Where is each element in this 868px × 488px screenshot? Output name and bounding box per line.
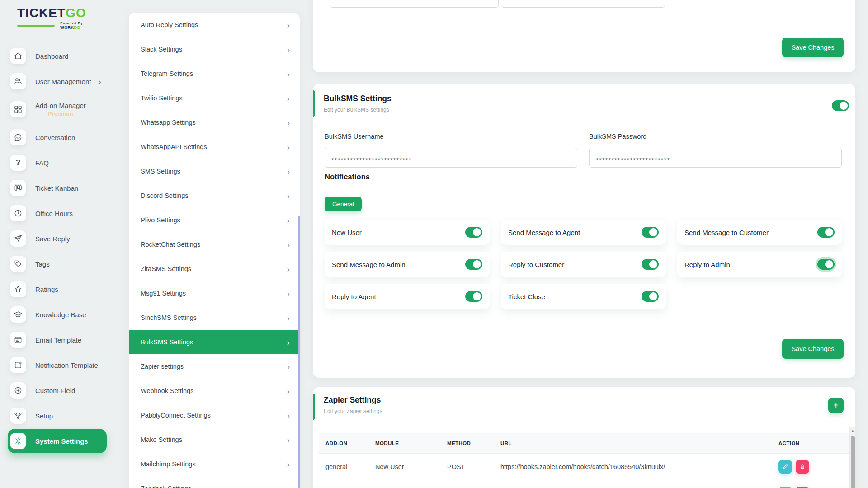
settings-nav-label: RocketChat Settings [141, 241, 200, 248]
settings-nav-item-auto-reply[interactable]: Auto Reply Settings› [129, 13, 300, 37]
sidebar-item-faq[interactable]: ? FAQ [0, 150, 129, 175]
chevron-right-icon: › [287, 411, 290, 420]
save-changes-button[interactable]: Save Changes [782, 38, 844, 57]
settings-nav-item-make[interactable]: Make Settings› [129, 427, 300, 452]
settings-nav-item-plivo[interactable]: Plivo Settings› [129, 208, 300, 232]
paper-plane-icon [10, 230, 26, 247]
sidebar-item-email-template[interactable]: Email Template [0, 327, 129, 352]
sidebar-item-notification-template[interactable]: Notification Template [0, 352, 129, 378]
chevron-right-icon: › [287, 70, 290, 78]
reply-to-admin-toggle[interactable] [817, 259, 835, 270]
settings-nav-item-bulksms[interactable]: BulkSMS Settings› [129, 330, 300, 354]
zapier-table: ADD-ON MODULE METHOD URL ACTION general … [319, 427, 853, 488]
settings-nav-item-msg91[interactable]: Msg91 Settings› [129, 281, 300, 305]
settings-nav-item-whatsapp[interactable]: Whatsapp Settings› [129, 110, 300, 135]
table-scrollbar-thumb[interactable] [851, 436, 855, 488]
sidebar-item-knowledge-base[interactable]: Knowledge Base [0, 302, 129, 327]
settings-nav-item-telegram[interactable]: Telegram Settings› [129, 61, 300, 86]
card-title: Zapier Settings [324, 395, 381, 405]
settings-nav-item-discord[interactable]: Discord Settings› [129, 183, 300, 208]
chevron-right-icon: › [287, 118, 290, 127]
sidebar-item-save-reply[interactable]: Save Reply [0, 226, 129, 251]
settings-panel-scrollbar[interactable] [298, 216, 300, 488]
users-icon [10, 73, 26, 89]
table-header-row: ADD-ON MODULE METHOD URL ACTION [319, 433, 853, 454]
settings-nav-label: Mailchimp Settings [141, 460, 196, 468]
chevron-right-icon: › [287, 362, 290, 371]
sidebar-item-label: Ticket Kanban [35, 184, 78, 192]
chevron-right-icon: › [287, 338, 290, 347]
send-message-to-admin-toggle[interactable] [465, 259, 482, 270]
text-field[interactable] [501, 0, 665, 8]
settings-nav-item-twilio[interactable]: Twilio Settings› [129, 86, 300, 110]
sidebar-item-conversation[interactable]: Conversation [0, 125, 129, 150]
ticket-close-toggle[interactable] [642, 291, 659, 302]
toggle-label: Reply to Admin [684, 261, 730, 268]
username-field[interactable] [325, 148, 577, 168]
send-message-to-agent-toggle[interactable] [642, 227, 659, 238]
new-user-toggle[interactable] [465, 227, 482, 238]
reply-to-agent-toggle[interactable] [465, 291, 482, 302]
settings-nav-item-rocketchat[interactable]: RocketChat Settings› [129, 232, 300, 257]
chevron-right-icon: › [287, 216, 290, 225]
scroll-up-arrow-icon: ▲ [850, 429, 855, 432]
settings-nav-label: WhatsAppAPI Settings [141, 143, 207, 150]
brand-logo[interactable]: TICKETGO Powered By WORKDO [17, 6, 101, 30]
sidebar-item-tags[interactable]: Tags [0, 251, 129, 277]
password-label: BulkSMS Password [589, 133, 646, 140]
table-scrollbar[interactable]: ▲ [849, 427, 855, 488]
settings-nav-item-zendesk[interactable]: Zendesk Settings› [129, 476, 300, 488]
settings-nav-item-zitasms[interactable]: ZitaSMS Settings› [129, 257, 300, 281]
delete-button[interactable] [796, 460, 809, 474]
send-message-to-customer-toggle[interactable] [817, 227, 835, 238]
sidebar-item-office-hours[interactable]: Office Hours [0, 201, 129, 226]
add-zap-button[interactable]: + [828, 398, 844, 413]
sidebar-item-ticket-kanban[interactable]: Ticket Kanban [0, 175, 129, 201]
column-header-addon: ADD-ON [319, 441, 369, 446]
sidebar-item-addon-manager[interactable]: Add-on Manager Premium [0, 94, 129, 125]
sidebar-item-dashboard[interactable]: Dashboard [0, 43, 129, 69]
settings-nav-item-whatsappapi[interactable]: WhatsAppAPI Settings› [129, 135, 300, 159]
sidebar-item-custom-field[interactable]: Custom Field [0, 378, 129, 403]
sidebar-item-system-settings[interactable]: System Settings [8, 429, 107, 453]
text-field[interactable] [330, 0, 499, 8]
sidebar-item-label: Knowledge Base [35, 311, 86, 319]
chevron-right-icon: › [287, 460, 290, 469]
settings-nav-item-slack[interactable]: Slack Settings› [129, 37, 300, 61]
sidebar-item-label: Office Hours [35, 210, 73, 217]
card-accent-bar [313, 90, 315, 117]
sidebar-item-ratings[interactable]: Ratings [0, 277, 129, 302]
settings-nav-item-sinchsms[interactable]: SinchSMS Settings› [129, 305, 300, 330]
bulksms-enable-toggle[interactable] [832, 100, 849, 111]
settings-nav-item-webhook[interactable]: Webhook Settings› [129, 379, 300, 403]
settings-nav-item-pabblyconnect[interactable]: PabblyConnect Settings› [129, 403, 300, 427]
brand-logo-primary: TICKET [17, 6, 66, 20]
premium-badge: Premium [48, 110, 73, 117]
sidebar: TICKETGO Powered By WORKDO Dashboard Use… [0, 0, 129, 488]
clock-icon [10, 205, 26, 221]
cell-addon: general [319, 463, 369, 470]
trash-icon [799, 463, 806, 471]
toggle-label: Send Message to Admin [332, 261, 406, 268]
save-changes-button[interactable]: Save Changes [782, 339, 844, 359]
sidebar-item-setup[interactable]: Setup [0, 403, 129, 428]
sidebar-item-user-management[interactable]: User Management › [0, 69, 129, 94]
toggle-label: Send Message to Agent [508, 229, 580, 236]
settings-nav-label: Slack Settings [141, 46, 182, 53]
settings-nav-label: SMS Settings [141, 168, 180, 175]
chevron-right-icon: › [287, 240, 290, 249]
column-header-module: MODULE [369, 441, 441, 446]
edit-button[interactable] [778, 460, 792, 474]
tab-general[interactable]: General [325, 197, 362, 211]
cell-module: New User [369, 463, 441, 470]
password-field[interactable] [589, 148, 842, 168]
powered-brand-accent: DO [74, 25, 80, 30]
settings-nav-item-mailchimp[interactable]: Mailchimp Settings› [129, 452, 300, 476]
sidebar-item-label: Tags [35, 260, 50, 268]
settings-nav-item-zapier[interactable]: Zapier settings› [129, 354, 300, 379]
brand-underline [17, 25, 55, 27]
settings-nav-label: SinchSMS Settings [141, 314, 197, 321]
reply-to-customer-toggle[interactable] [642, 259, 659, 270]
settings-nav-item-sms[interactable]: SMS Settings› [129, 159, 300, 183]
toggle-card-ticket-close: Ticket Close [501, 284, 666, 309]
